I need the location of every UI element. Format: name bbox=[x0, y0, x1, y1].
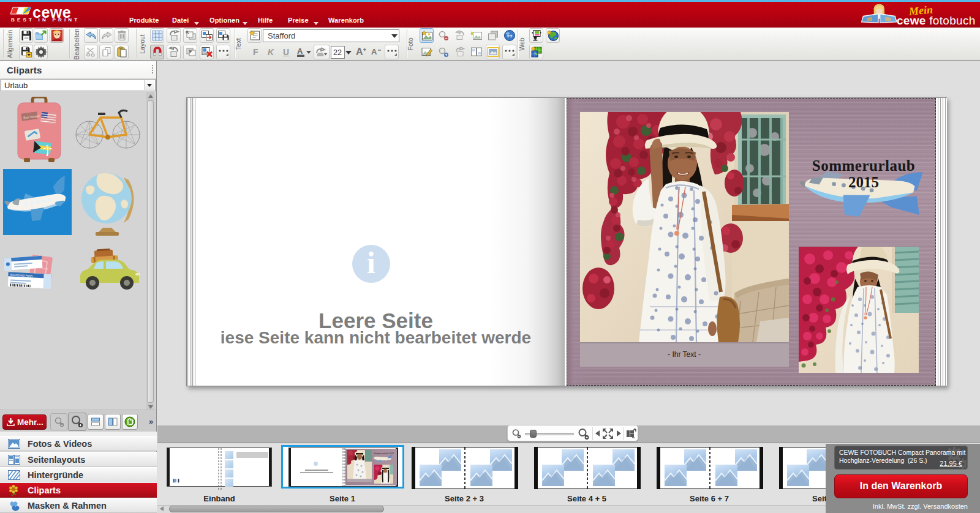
svg-text:A: A bbox=[356, 47, 363, 57]
svg-text:A: A bbox=[371, 47, 377, 56]
svg-text:- Ihr Text -: - Ihr Text - bbox=[668, 350, 701, 359]
svg-text:A: A bbox=[297, 47, 303, 56]
